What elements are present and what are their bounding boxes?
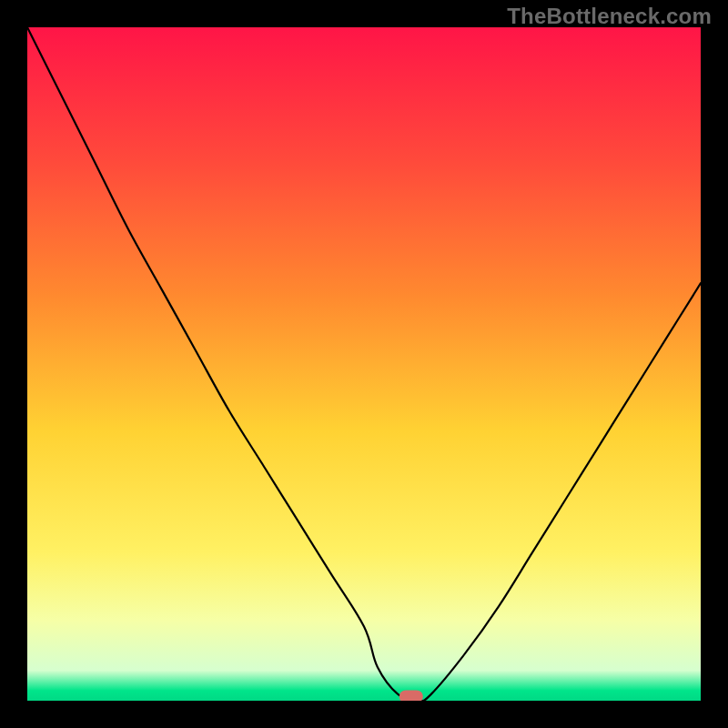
watermark-label: TheBottleneck.com	[507, 4, 712, 29]
chart-frame: TheBottleneck.com	[0, 0, 728, 728]
bottleneck-chart	[27, 27, 701, 701]
optimal-marker	[399, 691, 423, 701]
plot-background	[27, 27, 701, 701]
